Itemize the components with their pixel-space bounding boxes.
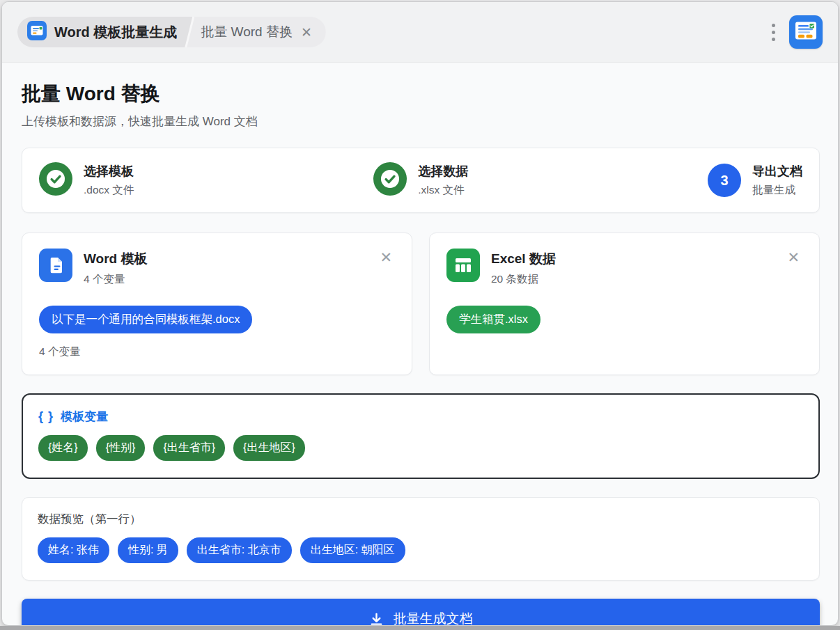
more-options-menu-icon[interactable] [766,18,781,47]
tab-document-label: 批量 Word 替换 [201,23,293,41]
variable-pill: {姓名} [38,435,88,461]
preview-pill-row: 姓名: 张伟 性别: 男 出生省市: 北京市 出生地区: 朝阳区 [38,537,804,563]
variables-pill-row: {姓名} {性别} {出生省市} {出生地区} [38,435,803,461]
excel-card-close-icon[interactable]: ✕ [784,249,802,266]
tab-app-label: Word 模板批量生成 [54,23,177,42]
excel-table-icon [446,249,480,285]
excel-card-subtitle: 20 条数据 [491,272,556,287]
preview-pill: 出生地区: 朝阳区 [300,537,405,563]
variable-pill: {出生地区} [233,435,305,461]
step-subtitle: .xlsx 文件 [418,183,468,198]
step-title: 导出文档 [752,163,802,180]
tab-group: Word 模板批量生成 批量 Word 替换 ✕ [17,17,326,47]
app-window: Word 模板批量生成 批量 Word 替换 ✕ [1,1,839,626]
main-content: 批量 Word 替换 上传模板和数据源，快速批量生成 Word 文档 选择模板 … [2,63,838,626]
preview-pill: 性别: 男 [118,537,178,563]
app-logo-icon [27,21,47,44]
variables-section-title: 模板变量 [61,409,108,425]
excel-file-pill: 学生籍贯.xlsx [446,306,540,333]
step-select-template: 选择模板 .docx 文件 [39,162,134,198]
variable-pill: {性别} [96,435,146,461]
step-number-badge: 3 [708,164,741,197]
excel-data-card: Excel 数据 20 条数据 ✕ 学生籍贯.xlsx [429,233,820,375]
step-title: 选择模板 [84,163,134,180]
steps-card: 选择模板 .docx 文件 选择数据 .xlsx 文件 [22,148,820,213]
word-document-icon [39,249,72,285]
word-card-close-icon[interactable]: ✕ [377,249,395,266]
page-title: 批量 Word 替换 [22,81,820,107]
step-complete-check-icon [373,162,407,198]
tab-close-icon[interactable]: ✕ [300,24,313,40]
file-cards-row: Word 模板 4 个变量 ✕ 以下是一个通用的合同模板框架.docx 4 个变… [22,233,820,375]
download-icon [369,612,384,627]
batch-generate-button[interactable]: 批量生成文档 [22,599,820,626]
word-template-card: Word 模板 4 个变量 ✕ 以下是一个通用的合同模板框架.docx 4 个变… [22,233,412,375]
step-title: 选择数据 [418,163,468,180]
step-select-data: 选择数据 .xlsx 文件 [373,162,468,198]
document-preview-icon [789,14,823,50]
preview-pill: 姓名: 张伟 [38,537,109,563]
word-card-subtitle: 4 个变量 [84,272,147,287]
braces-icon: { } [38,409,54,424]
preview-section-title: 数据预览（第一行） [38,512,804,527]
word-card-footnote: 4 个变量 [39,345,395,359]
word-card-title: Word 模板 [84,250,147,268]
batch-generate-label: 批量生成文档 [394,610,473,626]
data-preview-card: 数据预览（第一行） 姓名: 张伟 性别: 男 出生省市: 北京市 出生地区: 朝… [22,497,820,581]
word-file-pill: 以下是一个通用的合同模板框架.docx [39,306,252,333]
tab-document[interactable]: 批量 Word 替换 ✕ [187,17,326,47]
tab-app-home[interactable]: Word 模板批量生成 [17,17,192,47]
excel-card-title: Excel 数据 [491,250,556,268]
step-complete-check-icon [39,162,72,198]
app-launcher-button[interactable] [789,15,823,49]
step-subtitle: 批量生成 [752,183,802,198]
page-subtitle: 上传模板和数据源，快速批量生成 Word 文档 [22,113,820,129]
step-subtitle: .docx 文件 [84,183,134,198]
preview-pill: 出生省市: 北京市 [187,537,292,563]
desktop-edge [0,626,840,630]
title-bar: Word 模板批量生成 批量 Word 替换 ✕ [2,2,838,63]
variable-pill: {出生省市} [153,435,225,461]
template-variables-card: { } 模板变量 {姓名} {性别} {出生省市} {出生地区} [22,393,820,479]
step-export-docs: 3 导出文档 批量生成 [708,163,802,198]
